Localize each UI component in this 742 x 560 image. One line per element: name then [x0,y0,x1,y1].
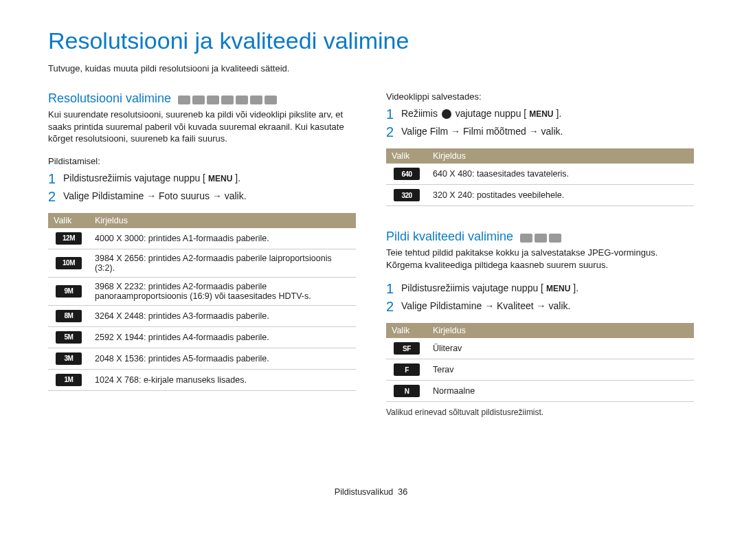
option-icon: F [394,363,420,376]
table-row: 320320 X 240: postitades veebilehele. [386,185,694,206]
table-row: 12M4000 X 3000: printides A1-formaadis p… [48,228,356,249]
mode-icons-resolution [178,96,277,104]
option-icon: 5M [56,331,82,344]
step-text: Valige Pildistamine → Kvaliteet → valik. [401,300,570,313]
resolution-paragraph: Kui suurendate resolutsiooni, suureneb k… [48,109,356,145]
step-text-part: Pildistusrežiimis vajutage nuppu [ [63,172,205,183]
columns: Resolutsiooni valimine Kui suurendate re… [48,91,694,425]
step-number: 2 [48,190,56,203]
intro-text: Tutvuge, kuidas muuta pildi resolutsioon… [48,63,694,74]
option-desc: 3264 X 2448: printides A3-formaadis pabe… [89,305,356,326]
option-icon: 3M [56,352,82,365]
step-text: Pildistusrežiimis vajutage nuppu [MENU]. [63,172,240,186]
video-steps: 1 Režiimis vajutage nuppu [MENU]. 2 Vali… [386,107,694,139]
option-desc: 3984 X 2656: printides A2-formaadis pabe… [89,249,356,277]
th-option: Valik [48,213,89,228]
step-text: Pildistusrežiimis vajutage nuppu [MENU]. [401,282,578,295]
mode-icon [192,96,205,104]
mode-icon [549,234,561,243]
th-description: Kirjeldus [427,323,694,338]
mode-icon [520,234,532,243]
th-option: Valik [386,148,427,164]
table-row: 8M3264 X 2448: printides A3-formaadis pa… [48,305,356,326]
step-item: 2 Valige Film → Filmi mõõtmed → valik. [386,125,694,139]
mode-icon [236,96,248,104]
option-icon: N [394,385,420,397]
step-text-part: Pildistusrežiimis vajutage nuppu [ [401,282,543,293]
step-text: Valige Pildistamine → Foto suurus → vali… [63,190,247,203]
step-item: 2 Valige Pildistamine → Foto suurus → va… [48,190,356,203]
option-desc: 2048 X 1536: printides A5-formaadis pabe… [89,348,356,369]
step-text-part: ]. [573,282,578,293]
video-subhead: Videoklippi salvestades: [386,91,694,102]
step-number: 2 [386,125,394,139]
th-description: Kirjeldus [427,148,694,164]
quality-paragraph: Teie tehtud pildid pakitakse kokku ja sa… [386,247,694,271]
resolution-table: Valik Kirjeldus 12M4000 X 3000: printide… [48,213,356,391]
video-mode-icon [442,109,451,119]
option-icon: 12M [56,232,82,245]
table-row: NNormaalne [386,381,694,402]
option-icon: 640 [394,168,420,180]
table-row: 9M3968 X 2232: printides A2-formaadis pa… [48,277,356,305]
table-row: 10M3984 X 2656: printides A2-formaadis p… [48,249,356,277]
mode-icon [207,96,219,104]
quality-steps: 1 Pildistusrežiimis vajutage nuppu [MENU… [386,282,694,313]
table-row: 3M2048 X 1536: printides A5-formaadis pa… [48,348,356,369]
menu-badge: MENU [526,109,556,120]
option-icon: SF [394,342,420,355]
mode-icon [178,96,190,104]
table-row: 5M2592 X 1944: printides A4-formaadis pa… [48,326,356,348]
option-desc: 640 X 480: taasesitades tavateleris. [427,164,694,185]
option-desc: 1024 X 768: e-kirjale manuseks lisades. [89,369,356,390]
video-table: Valik Kirjeldus 640640 X 480: taasesitad… [386,148,694,206]
table-row: SFÜliterav [386,338,694,359]
right-column: Videoklippi salvestades: 1 Režiimis vaju… [386,91,694,425]
option-desc: 2592 X 1944: printides A4-formaadis pabe… [89,326,356,348]
menu-badge: MENU [205,173,235,185]
step-text-part: ]. [556,108,562,119]
option-icon: 10M [56,257,82,269]
mode-icon [221,96,234,104]
option-icon: 1M [56,374,82,386]
step-number: 2 [386,300,394,313]
step-text: Režiimis vajutage nuppu [MENU]. [401,107,561,121]
step-text-part: ]. [235,172,240,183]
section-heading-quality: Pildi kvaliteedi valimine [386,229,513,244]
step-item: 1 Pildistusrežiimis vajutage nuppu [MENU… [386,282,694,295]
option-desc: Normaalne [427,381,694,402]
step-text: Valige Film → Filmi mõõtmed → valik. [401,125,563,139]
shooting-subhead: Pildistamisel: [48,156,356,166]
quality-table: Valik Kirjeldus SFÜliterav FTerav NNorma… [386,323,694,402]
step-text-part: vajutage nuppu [ [453,108,526,119]
mode-icon [535,234,547,243]
th-description: Kirjeldus [89,213,356,228]
step-item: 1 Režiimis vajutage nuppu [MENU]. [386,107,694,121]
mode-icon [265,96,277,104]
mode-icons-quality [520,234,561,243]
step-text-part: Režiimis [401,108,440,119]
th-option: Valik [386,323,427,338]
left-column: Resolutsiooni valimine Kui suurendate re… [48,91,356,425]
option-desc: 320 X 240: postitades veebilehele. [427,185,694,206]
section-heading-resolution: Resolutsiooni valimine [48,91,171,106]
mode-icon [250,96,262,104]
option-icon: 9M [56,285,82,298]
quality-note: Valikud erinevad sõltuvalt pildistusreži… [386,407,694,417]
table-row: 640640 X 480: taasesitades tavateleris. [386,164,694,185]
table-row: 1M1024 X 768: e-kirjale manuseks lisades… [48,369,356,390]
step-item: 2 Valige Pildistamine → Kvaliteet → vali… [386,300,694,313]
option-desc: Üliterav [427,338,694,359]
step-number: 1 [386,107,394,121]
footer: Pildistusvalikud 36 [48,487,694,497]
option-desc: 3968 X 2232: printides A2-formaadis pabe… [89,277,356,305]
footer-page: 36 [398,487,407,497]
step-number: 1 [386,282,394,295]
step-item: 1 Pildistusrežiimis vajutage nuppu [MENU… [48,172,356,186]
option-desc: 4000 X 3000: printides A1-formaadis pabe… [89,228,356,249]
table-row: FTerav [386,359,694,381]
option-desc: Terav [427,359,694,381]
menu-badge: MENU [543,283,573,295]
option-icon: 8M [56,310,82,322]
page-title: Resolutsiooni ja kvaliteedi valimine [48,27,694,54]
